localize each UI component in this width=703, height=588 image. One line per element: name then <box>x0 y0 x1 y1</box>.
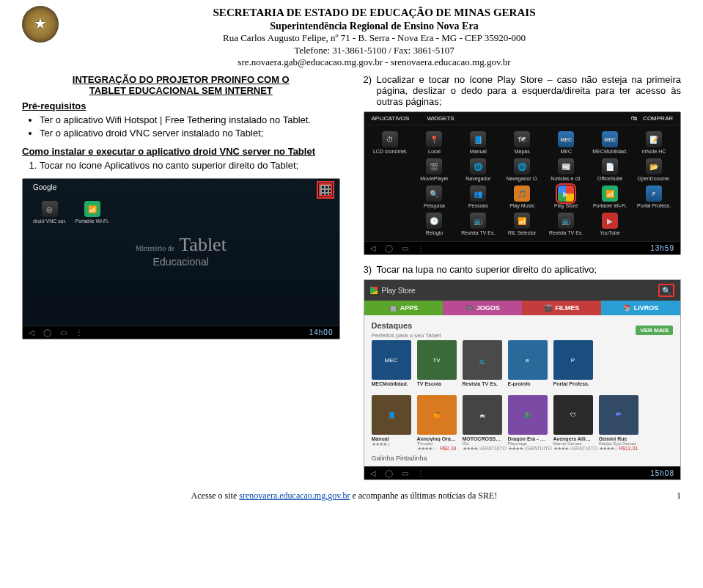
state-crest-icon <box>22 6 59 43</box>
howto-heading: Como instalar e executar o aplicativo dr… <box>22 146 315 157</box>
prereq-item: Ter o aplicativo droid VNC server instal… <box>40 128 340 139</box>
prereq-list: Ter o aplicativo Wifi Hotspot | Free Tet… <box>22 114 340 139</box>
tab-widgets: WIDGETS <box>427 115 454 122</box>
tab-aplicativos: APLICATIVOS <box>372 115 410 122</box>
clock: 14h00 <box>309 328 334 337</box>
prereq-heading: Pré-requisitos <box>22 100 86 111</box>
shop-link: 🛍COMPRAR <box>631 115 673 122</box>
play-store-logo-icon <box>370 287 378 294</box>
play-store-categories: 🤖APPS 🎮JOGOS 🎬FILMES 📚LIVROS <box>364 301 681 315</box>
play-store-icon-highlight: ▶ <box>558 185 574 202</box>
screenshot-apps-drawer: APLICATIVOS WIDGETS 🛍COMPRAR ⏱LCD cronôm… <box>364 111 682 255</box>
doc-title-line1: INTEGRAÇÃO DO PROJETOR PROINFO COM O <box>73 74 290 85</box>
wallpaper-text: Ministério de Tablet Educacional <box>136 234 227 268</box>
step-text: Localizar e tocar no ícone Play Store – … <box>377 74 682 107</box>
vnc-icon: ◎ <box>42 201 58 217</box>
category-games: 🎮JOGOS <box>443 301 522 315</box>
category-movies: 🎬FILMES <box>522 301 601 315</box>
letterhead: SECRETARIA DE ESTADO DE EDUCAÇÃO DE MINA… <box>22 6 681 68</box>
section-apps-row: 📘Manual★★★★☆ 🍊Annoying Orange: Splatter … <box>364 391 681 466</box>
play-store-title: Play Store <box>382 287 416 295</box>
letterhead-text: SECRETARIA DE ESTADO DE EDUCAÇÃO DE MINA… <box>67 6 681 68</box>
step-text: Tocar no ícone Aplicativos no canto supe… <box>40 160 298 171</box>
home-icon: ◎ droid VNC ser. <box>33 201 67 224</box>
org-line-1: SECRETARIA DE ESTADO DE EDUCAÇÃO DE MINA… <box>67 6 681 20</box>
android-navbar: ◁◯▭⋮ 14h00 <box>23 326 339 339</box>
org-address: Rua Carlos Augusto Felipe, nº 71 - B. Se… <box>67 32 681 44</box>
apps-button-highlight <box>319 183 332 196</box>
shop-icon: 🛍 <box>631 115 637 122</box>
doc-title: INTEGRAÇÃO DO PROJETOR PROINFO COM O TAB… <box>22 74 340 96</box>
doc-title-line2: TABLET EDUCACIONAL SEM INTERNET <box>89 85 273 96</box>
org-phone: Telefone: 31-3861-5100 / Fax: 3861-5107 <box>67 45 681 56</box>
ver-mais-button: VER MAIS <box>636 326 673 335</box>
search-icon-highlight: 🔍 <box>658 284 674 297</box>
screenshot-play-store: Play Store 🔍 🤖APPS 🎮JOGOS 🎬FILMES 📚LIVRO… <box>364 279 682 480</box>
prereq-item: Ter o aplicativo Wifi Hotspot | Free Tet… <box>40 114 340 125</box>
category-books: 📚LIVROS <box>601 301 680 315</box>
section-destaques: Destaques Perfeitos para o seu Tablet VE… <box>364 315 681 391</box>
footer-after: e acompanhe as últimas notícias da SRE! <box>350 490 497 501</box>
category-apps: 🤖APPS <box>364 301 443 315</box>
steps-list: Tocar no ícone Aplicativos no canto supe… <box>22 160 340 171</box>
step-text: Tocar na lupa no canto superior direito … <box>377 264 597 275</box>
screenshot-tablet-home: Google ◎ droid VNC ser. 📶 Portable Wi-Fi… <box>22 178 340 339</box>
android-navbar: ◁◯▭⋮ 15h08 <box>364 466 681 479</box>
org-line-2: Superintendência Regional de Ensino Nova… <box>67 20 681 33</box>
step-number: 3) <box>364 264 377 275</box>
google-search-bar: Google <box>33 183 56 191</box>
home-icon: 📶 Portable Wi-Fi. <box>76 201 109 224</box>
apps-icon-grid: ⏱LCD cronômet. 📍Local 📘Manual 🗺Mapas MEC… <box>364 125 681 241</box>
apps-tabs: APLICATIVOS WIDGETS 🛍COMPRAR <box>364 112 681 125</box>
play-store-top-bar: Play Store 🔍 <box>364 280 681 301</box>
org-contact: sre.novaera.gab@educacao.mg.gov.br - sre… <box>67 56 681 68</box>
footer-before: Acesse o site <box>191 490 240 501</box>
step-number: 2) <box>364 74 377 107</box>
android-navbar: ◁◯▭⋮ 13h59 <box>364 241 681 254</box>
wifi-hotspot-icon: 📶 <box>84 201 100 217</box>
footer-link[interactable]: srenovaera.educacao.mg.gov.br <box>239 490 350 501</box>
page-footer: Acesse o site srenovaera.educacao.mg.gov… <box>22 490 681 501</box>
bottom-strip-title: Galinha Pintadinha <box>372 455 674 462</box>
nav-icons: ◁◯▭⋮ <box>29 328 83 337</box>
page-number: 1 <box>666 490 681 501</box>
